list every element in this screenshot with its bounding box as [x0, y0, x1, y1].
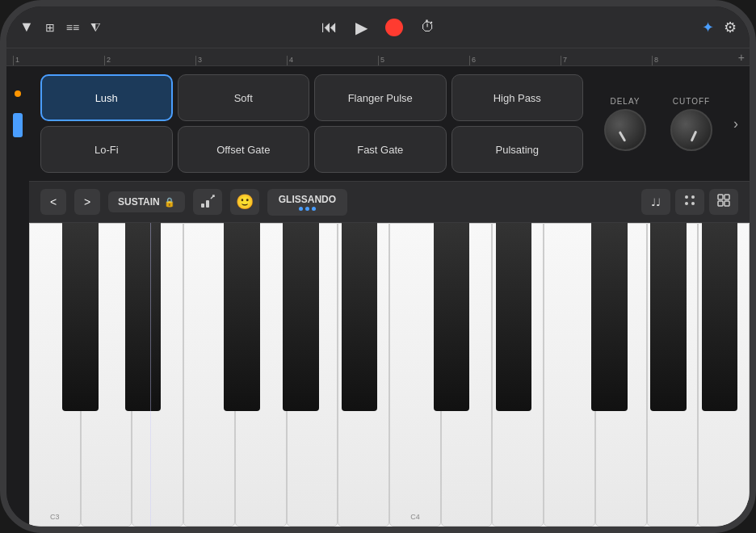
mixer-icon[interactable]: ⧨ [90, 20, 101, 35]
glissando-dot-2 [305, 207, 309, 211]
ruler-mark-1: 1 [13, 56, 104, 65]
ruler-mark-8: 8 [652, 56, 743, 65]
key-as3[interactable] [342, 223, 378, 411]
delay-knob-item: DELAY [604, 97, 646, 151]
toolbar-right: ✦ ⚙ [498, 19, 737, 36]
preset-pulsating[interactable]: Pulsating [452, 126, 584, 173]
key-as4[interactable] [702, 223, 738, 411]
preset-flanger-pulse[interactable]: Flanger Pulse [314, 74, 447, 121]
emoji-icon: 🙂 [236, 193, 254, 211]
key-fs3[interactable] [224, 223, 260, 411]
preset-offset-gate[interactable]: Offset Gate [178, 126, 310, 173]
svg-point-4 [685, 202, 688, 205]
smart-controls-icon[interactable]: ✦ [702, 19, 714, 36]
chevron-right-icon[interactable]: › [733, 115, 738, 132]
ruler-mark-2: 2 [104, 56, 195, 65]
chord-button[interactable] [675, 189, 704, 215]
svg-rect-9 [724, 201, 729, 206]
key-ds3[interactable] [125, 223, 162, 411]
key-cs4[interactable] [434, 223, 470, 411]
preset-high-pass[interactable]: High Pass [452, 74, 584, 121]
preset-grid: Lush Soft Flanger Pulse High Pass Lo-Fi [40, 74, 583, 173]
blue-indicator [13, 113, 23, 137]
ruler-mark-4: 4 [287, 56, 378, 65]
view-icon[interactable]: ⊞ [45, 21, 55, 34]
chord-icon [683, 194, 696, 211]
ruler-mark-3: 3 [195, 56, 287, 65]
prev-button[interactable]: < [40, 189, 66, 215]
key-fs4[interactable] [591, 223, 628, 411]
glissando-button[interactable]: GLISSANDO [267, 189, 347, 216]
svg-rect-0 [201, 204, 204, 208]
preset-lush[interactable]: Lush [40, 74, 173, 121]
cutoff-knob[interactable] [670, 109, 712, 151]
ruler-marks: 1 2 3 4 5 6 7 8 [13, 48, 743, 65]
list-icon[interactable]: ≡≡ [66, 21, 79, 34]
record-button[interactable] [385, 19, 403, 36]
play-button[interactable]: ▶ [355, 18, 368, 37]
c3-label: C3 [50, 513, 60, 521]
knob-pair: DELAY CUTOFF [604, 97, 712, 151]
delay-knob[interactable] [604, 109, 646, 151]
ruler-mark-5: 5 [378, 56, 469, 65]
rewind-button[interactable]: ⏮ [321, 18, 338, 36]
notes-button[interactable]: ♩♩ [641, 189, 670, 215]
metronome-button[interactable]: ⏱ [421, 19, 435, 36]
toolbar-left: ▼ ⊞ ≡≡ ⧨ [19, 19, 258, 36]
keyboard-area: C3 C4 [29, 223, 750, 527]
cutoff-label: CUTOFF [673, 97, 710, 106]
svg-point-5 [691, 202, 695, 205]
grid-button[interactable] [709, 189, 738, 215]
emoji-button[interactable]: 🙂 [230, 189, 259, 215]
glissando-dot-3 [312, 207, 316, 211]
ruler: 1 2 3 4 5 6 7 8 + [6, 48, 750, 66]
controls-bar: < > SUSTAIN 🔒 🙂 GLISSANDO [29, 181, 750, 223]
glissando-dot-1 [299, 207, 303, 211]
toolbar-center: ⏮ ▶ ⏱ [258, 18, 498, 37]
key-gs3[interactable] [283, 223, 319, 411]
ruler-mark-6: 6 [469, 56, 561, 65]
main-content: Lush Soft Flanger Pulse High Pass Lo-Fi [6, 66, 750, 527]
key-ds4[interactable] [496, 223, 532, 411]
glissando-dots [299, 207, 316, 211]
svg-rect-8 [718, 201, 723, 206]
sustain-button[interactable]: SUSTAIN 🔒 [108, 191, 185, 212]
arpeggio-button[interactable] [193, 189, 222, 215]
track-icon[interactable]: ▼ [19, 19, 34, 36]
svg-point-2 [685, 195, 688, 199]
piano-keyboard: C3 C4 [29, 223, 750, 527]
add-track-button[interactable]: + [738, 51, 745, 64]
preset-lo-fi[interactable]: Lo-Fi [40, 126, 173, 173]
ruler-mark-7: 7 [561, 56, 652, 65]
instrument-area: Lush Soft Flanger Pulse High Pass Lo-Fi [29, 66, 750, 527]
svg-point-3 [691, 195, 695, 199]
cutoff-knob-item: CUTOFF [670, 97, 712, 151]
arpeggio-icon [200, 194, 216, 210]
key-cs3[interactable] [62, 223, 99, 411]
notes-icon: ♩♩ [651, 196, 661, 208]
settings-icon[interactable]: ⚙ [724, 19, 737, 36]
toolbar: ▼ ⊞ ≡≡ ⧨ ⏮ ▶ ⏱ ✦ ⚙ [6, 6, 750, 48]
svg-rect-7 [724, 195, 729, 199]
key-f4[interactable] [544, 223, 595, 527]
svg-rect-6 [718, 195, 723, 199]
delay-label: DELAY [610, 97, 640, 106]
orange-dot [15, 90, 21, 97]
phone-frame: ▼ ⊞ ≡≡ ⧨ ⏮ ▶ ⏱ ✦ ⚙ 1 2 3 4 5 6 7 8 + [0, 0, 756, 533]
right-controls: ♩♩ [641, 189, 738, 215]
next-button[interactable]: > [74, 189, 100, 215]
c4-label: C4 [410, 513, 420, 521]
preset-section: Lush Soft Flanger Pulse High Pass Lo-Fi [29, 66, 750, 181]
preset-fast-gate[interactable]: Fast Gate [314, 126, 447, 173]
preset-soft[interactable]: Soft [178, 74, 310, 121]
grid-icon [717, 194, 730, 211]
svg-rect-1 [206, 200, 209, 208]
knobs-section: DELAY CUTOFF [591, 97, 725, 151]
lock-icon: 🔒 [164, 197, 175, 208]
left-edge [6, 66, 29, 527]
key-gs4[interactable] [650, 223, 687, 411]
